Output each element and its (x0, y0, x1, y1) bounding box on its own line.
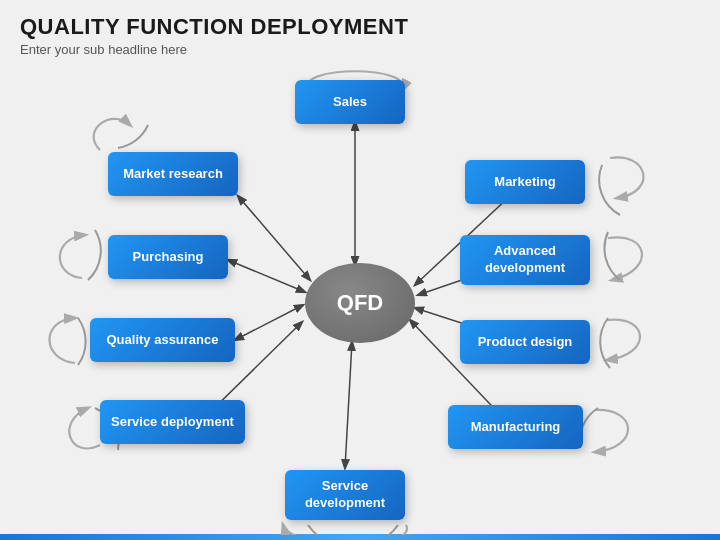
diagram-area: QFD SalesMarketingAdvanceddevelopmentPro… (0, 70, 720, 535)
page-title: QUALITY FUNCTION DEPLOYMENT (20, 14, 700, 40)
box-quality[interactable]: Quality assurance (90, 318, 235, 362)
box-sales[interactable]: Sales (295, 80, 405, 124)
center-ellipse: QFD (305, 263, 415, 343)
box-advanced-dev[interactable]: Advanceddevelopment (460, 235, 590, 285)
box-marketing[interactable]: Marketing (465, 160, 585, 204)
svg-line-7 (345, 342, 352, 468)
center-label: QFD (337, 290, 383, 316)
box-manufacturing[interactable]: Manufacturing (448, 405, 583, 449)
svg-line-9 (235, 305, 303, 340)
page-subtitle: Enter your sub headline here (20, 42, 700, 57)
box-market-research[interactable]: Market research (108, 152, 238, 196)
box-service-deploy[interactable]: Service deployment (100, 400, 245, 444)
svg-line-10 (228, 260, 305, 292)
box-product-design[interactable]: Product design (460, 320, 590, 364)
box-service-dev[interactable]: Servicedevelopment (285, 470, 405, 520)
header: QUALITY FUNCTION DEPLOYMENT Enter your s… (0, 0, 720, 59)
box-purchasing[interactable]: Purchasing (108, 235, 228, 279)
svg-line-11 (238, 196, 310, 280)
